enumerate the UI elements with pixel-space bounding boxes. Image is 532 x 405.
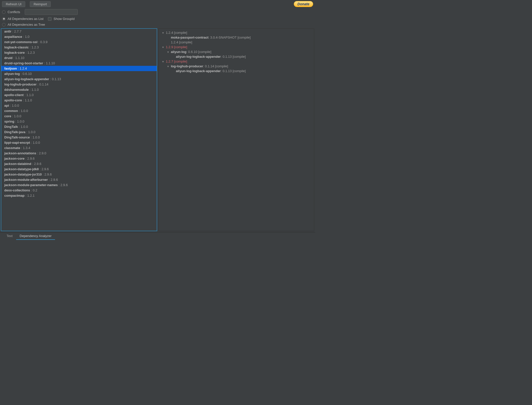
tree-row[interactable]: ▼1.2.7 [compile] bbox=[160, 59, 313, 64]
dep-name: apollo-client bbox=[4, 93, 24, 97]
dep-version: : 2.9.6 bbox=[48, 178, 58, 182]
dependency-item[interactable]: api : 1.0.0 bbox=[1, 103, 157, 108]
tree-row[interactable]: aliyun-log-logback-appender : 0.1.13 [co… bbox=[160, 69, 313, 73]
show-groupid-checkbox[interactable]: Show GroupId bbox=[48, 17, 74, 21]
dep-version: : 1.0.0 bbox=[25, 130, 36, 134]
dep-name: spring bbox=[4, 120, 14, 123]
dependency-item[interactable]: classmate : 1.3.4 bbox=[1, 145, 157, 151]
tree-label: 1.2.4 [compile] bbox=[171, 40, 192, 44]
dependency-item[interactable]: DingTalk-java : 1.0.0 bbox=[1, 129, 157, 135]
dependency-item[interactable]: druid-spring-boot-starter : 1.1.10 bbox=[1, 61, 157, 66]
all-list-radio[interactable]: All Dependencies as List bbox=[2, 17, 43, 21]
tree-row[interactable]: ▼1.2.9 [compile] bbox=[160, 45, 313, 49]
dependency-item[interactable]: fastjson : 1.2.4 bbox=[1, 66, 157, 71]
dependency-list-panel[interactable]: antlr : 2.7.7aopalliance : 1.0not-yet-co… bbox=[1, 28, 157, 231]
conflicts-radio[interactable]: Conflicts bbox=[2, 10, 20, 14]
tab-text[interactable]: Text bbox=[3, 232, 16, 240]
dep-name: apollo-core bbox=[4, 98, 22, 102]
dep-name: antlr bbox=[4, 30, 11, 33]
tree-toggle-icon[interactable]: ▼ bbox=[162, 46, 165, 49]
bottom-tabs: Text Dependency Analyzer bbox=[0, 232, 315, 240]
dep-version: : 1.1.0 bbox=[24, 93, 34, 97]
dep-name: core bbox=[4, 114, 11, 118]
dependency-tree-panel[interactable]: ▼1.2.4 [compile]moka-passport-contract :… bbox=[158, 28, 314, 231]
dependency-item[interactable]: apollo-client : 1.1.0 bbox=[1, 92, 157, 98]
dep-version: : 0.1.14 bbox=[37, 82, 48, 86]
tab-dependency-analyzer[interactable]: Dependency Analyzer bbox=[16, 232, 55, 240]
show-groupid-label: Show GroupId bbox=[54, 17, 74, 21]
dependency-item[interactable]: dexx-collections : 0.2 bbox=[1, 188, 157, 193]
dependency-item[interactable]: jackson-core : 2.9.6 bbox=[1, 156, 157, 161]
dependency-item[interactable]: DingTalk : 1.0.0 bbox=[1, 124, 157, 129]
dep-name: dexx-collections bbox=[4, 188, 30, 192]
dep-version: : 1.0.0 bbox=[11, 114, 21, 118]
dep-name: aopalliance bbox=[4, 35, 22, 39]
dep-version: : 1.0.0 bbox=[30, 135, 40, 139]
conflicts-label: Conflicts bbox=[8, 10, 20, 14]
tree-toggle-icon[interactable]: ▼ bbox=[167, 51, 170, 53]
dependency-item[interactable]: jackson-annotations : 2.9.0 bbox=[1, 151, 157, 156]
dependency-item[interactable]: ddsharemodule : 1.1.0 bbox=[1, 87, 157, 92]
dep-version: : 2.9.6 bbox=[42, 172, 52, 176]
dependency-item[interactable]: core : 1.0.0 bbox=[1, 113, 157, 119]
dependency-item[interactable]: jackson-databind : 2.9.6 bbox=[1, 161, 157, 166]
dependency-item[interactable]: compactmap : 1.2.1 bbox=[1, 193, 157, 198]
reimport-button[interactable]: Reimport bbox=[30, 1, 51, 7]
tree-row[interactable]: ▼1.2.4 [compile] bbox=[160, 30, 313, 35]
tree-row[interactable]: 1.2.4 [compile] bbox=[160, 40, 313, 45]
dependency-item[interactable]: aliyun-log : 0.6.10 bbox=[1, 71, 157, 76]
dependency-item[interactable]: common : 1.0.0 bbox=[1, 108, 157, 113]
dep-name: log-loghub-producer bbox=[4, 82, 37, 86]
dep-name: jackson-module-parameter-names bbox=[4, 183, 58, 187]
tree-row[interactable]: moka-passport-contract : 3.0.4-SNAPSHOT … bbox=[160, 35, 313, 40]
dep-version: : 0.1.13 bbox=[49, 77, 61, 81]
dep-name: jackson-module-afterburner bbox=[4, 178, 48, 182]
tree-toggle-icon[interactable]: ▼ bbox=[167, 65, 170, 68]
refresh-button[interactable]: Refresh UI bbox=[2, 1, 25, 7]
tree-label: 1.2.9 [compile] bbox=[166, 45, 187, 49]
dependency-item[interactable]: DingTalk-source : 1.0.0 bbox=[1, 135, 157, 140]
dep-version: : 1.2.3 bbox=[29, 45, 39, 49]
dep-name: druid bbox=[4, 56, 13, 60]
all-tree-radio[interactable]: All Dependencies as Tree bbox=[2, 23, 45, 26]
dep-version: : 1.0.0 bbox=[30, 141, 40, 144]
dependency-item[interactable]: aopalliance : 1.0 bbox=[1, 34, 157, 39]
dependency-item[interactable]: log-loghub-producer : 0.1.14 bbox=[1, 82, 157, 87]
dep-name: classmate bbox=[4, 146, 20, 150]
tree-label: aliyun-log bbox=[171, 50, 186, 54]
dependency-item[interactable]: logback-core : 1.2.3 bbox=[1, 50, 157, 55]
tree-suffix: : 0.6.10 [compile] bbox=[186, 50, 211, 54]
donate-button[interactable]: Donate bbox=[294, 1, 313, 7]
dependency-item[interactable]: antlr : 2.7.7 bbox=[1, 29, 157, 34]
dependency-item[interactable]: apollo-core : 1.1.0 bbox=[1, 98, 157, 103]
dep-version: : 2.7.7 bbox=[11, 30, 21, 33]
tree-toggle-icon[interactable]: ▼ bbox=[162, 32, 165, 34]
dep-version: : 1.0.0 bbox=[18, 109, 28, 113]
tree-row[interactable]: ▼aliyun-log : 0.6.10 [compile] bbox=[160, 49, 313, 54]
search-wrap: 🔍 bbox=[25, 9, 78, 15]
tree-row[interactable]: ▼log-loghub-producer : 0.1.14 [compile] bbox=[160, 64, 313, 69]
dep-name: aliyun-log bbox=[4, 72, 20, 76]
search-input[interactable] bbox=[25, 9, 78, 15]
tree-row[interactable]: aliyun-log-logback-appender : 0.1.13 [co… bbox=[160, 54, 313, 59]
dependency-item[interactable]: aliyun-log-logback-appender : 0.1.13 bbox=[1, 76, 157, 82]
dependency-item[interactable]: not-yet-commons-ssl : 0.3.9 bbox=[1, 39, 157, 45]
dependency-item[interactable]: lippi-oapi-encrpt : 1.0.0 bbox=[1, 140, 157, 145]
radio-icon bbox=[2, 17, 6, 21]
dependency-item[interactable]: jackson-module-parameter-names : 2.9.6 bbox=[1, 182, 157, 188]
dependency-item[interactable]: druid : 1.1.10 bbox=[1, 55, 157, 61]
dep-name: jackson-datatype-jsr310 bbox=[4, 172, 42, 176]
dep-version: : 1.3.4 bbox=[20, 146, 30, 150]
dep-version: : 0.6.10 bbox=[20, 72, 32, 76]
dependency-item[interactable]: jackson-datatype-jdk8 : 2.9.6 bbox=[1, 166, 157, 172]
dependency-item[interactable]: jackson-module-afterburner : 2.9.6 bbox=[1, 177, 157, 182]
dependency-item[interactable]: logback-classic : 1.2.3 bbox=[1, 45, 157, 50]
dependency-item[interactable]: spring : 1.0.0 bbox=[1, 119, 157, 124]
tree-toggle-icon[interactable]: ▼ bbox=[162, 60, 165, 63]
dependency-item[interactable]: jackson-datatype-jsr310 : 2.9.6 bbox=[1, 172, 157, 177]
dep-version: : 1.0.0 bbox=[14, 120, 24, 123]
dep-name: DingTalk-java bbox=[4, 130, 25, 134]
radio-icon bbox=[2, 10, 6, 14]
tree-suffix: : 0.1.13 [compile] bbox=[221, 55, 246, 59]
tree-suffix: : 3.0.4-SNAPSHOT [compile] bbox=[208, 36, 251, 39]
